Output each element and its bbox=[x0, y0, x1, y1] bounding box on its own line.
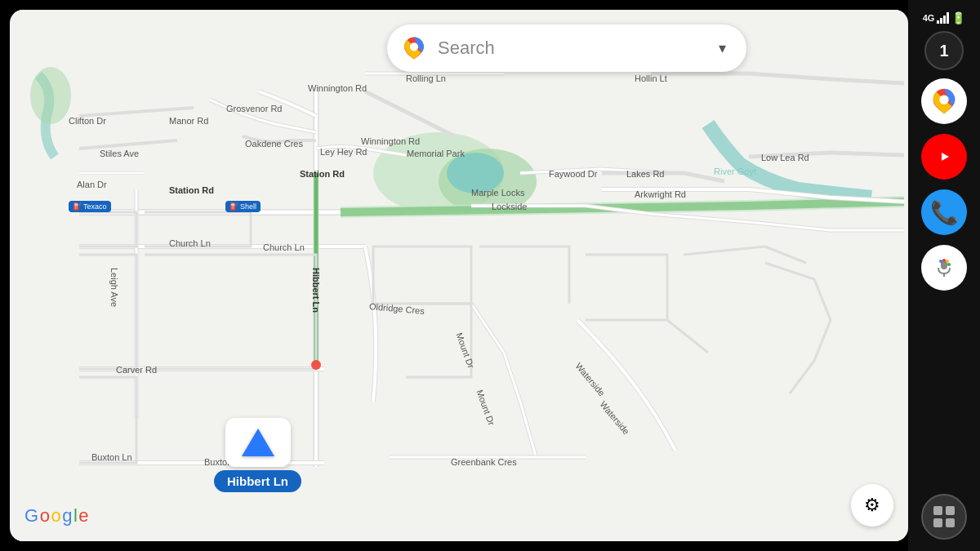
app-icon-assistant[interactable] bbox=[921, 245, 967, 291]
svg-point-4 bbox=[30, 67, 71, 124]
youtube-app-icon-graphic bbox=[931, 147, 957, 167]
settings-gear-icon: ⚙ bbox=[864, 495, 880, 516]
app-icon-phone[interactable]: 📞 bbox=[921, 189, 967, 235]
svg-rect-19 bbox=[946, 506, 955, 515]
svg-point-8 bbox=[939, 95, 948, 104]
assistant-app-icon-graphic bbox=[930, 254, 958, 282]
shell-marker: ⛽ Shell bbox=[225, 201, 261, 212]
status-bar: 4G 🔋 bbox=[908, 7, 980, 28]
grid-app-icon-graphic bbox=[932, 504, 956, 529]
notification-badge[interactable]: 1 bbox=[924, 31, 964, 70]
app-icon-youtube[interactable] bbox=[921, 134, 967, 180]
svg-point-3 bbox=[447, 153, 504, 193]
google-logo-o1: o bbox=[40, 505, 50, 527]
svg-rect-18 bbox=[933, 506, 942, 515]
shell-label: Shell bbox=[240, 202, 256, 211]
texaco-marker: ⛽ Texaco bbox=[69, 201, 111, 212]
svg-point-16 bbox=[946, 260, 949, 263]
app-icon-grid[interactable] bbox=[921, 494, 967, 540]
search-input-text: Search bbox=[438, 38, 701, 59]
svg-point-15 bbox=[942, 259, 946, 262]
maps-app-icon-graphic bbox=[929, 86, 960, 117]
notification-count: 1 bbox=[939, 42, 948, 60]
texaco-label: Texaco bbox=[83, 202, 107, 211]
google-logo-e: e bbox=[78, 505, 88, 527]
map-area: Search ▾ Station Rd Station Rd Church Ln… bbox=[10, 10, 908, 541]
svg-point-14 bbox=[939, 260, 942, 263]
svg-point-17 bbox=[947, 263, 951, 266]
battery-icon: 🔋 bbox=[951, 11, 965, 24]
current-street-badge: Hibbert Ln bbox=[214, 470, 301, 492]
nav-arrow-background bbox=[225, 418, 291, 467]
google-logo-o2: o bbox=[51, 505, 60, 527]
signal-bars-icon bbox=[937, 12, 949, 24]
right-sidebar: 4G 🔋 1 bbox=[908, 0, 980, 551]
svg-rect-21 bbox=[946, 518, 955, 527]
svg-point-5 bbox=[311, 360, 321, 370]
google-logo: G o o g l e bbox=[24, 505, 88, 527]
svg-rect-20 bbox=[933, 518, 942, 527]
nav-direction-arrow bbox=[242, 429, 274, 456]
signal-row: 4G 🔋 bbox=[923, 11, 966, 24]
google-logo-g2: g bbox=[62, 505, 72, 527]
search-chevron-icon[interactable]: ▾ bbox=[710, 37, 733, 60]
google-logo-g: G bbox=[24, 505, 38, 527]
map-background bbox=[10, 10, 908, 541]
svg-point-7 bbox=[410, 42, 418, 51]
nav-indicator: Hibbert Ln bbox=[214, 418, 301, 492]
app-icon-google-maps[interactable] bbox=[921, 78, 967, 124]
search-bar[interactable]: Search ▾ bbox=[387, 24, 746, 72]
screen-container: Search ▾ Station Rd Station Rd Church Ln… bbox=[0, 0, 980, 551]
phone-icon-glyph: 📞 bbox=[930, 199, 959, 226]
google-logo-l: l bbox=[74, 505, 77, 527]
signal-strength-text: 4G bbox=[923, 13, 935, 23]
maps-logo-icon bbox=[400, 34, 428, 62]
settings-button[interactable]: ⚙ bbox=[851, 484, 893, 527]
